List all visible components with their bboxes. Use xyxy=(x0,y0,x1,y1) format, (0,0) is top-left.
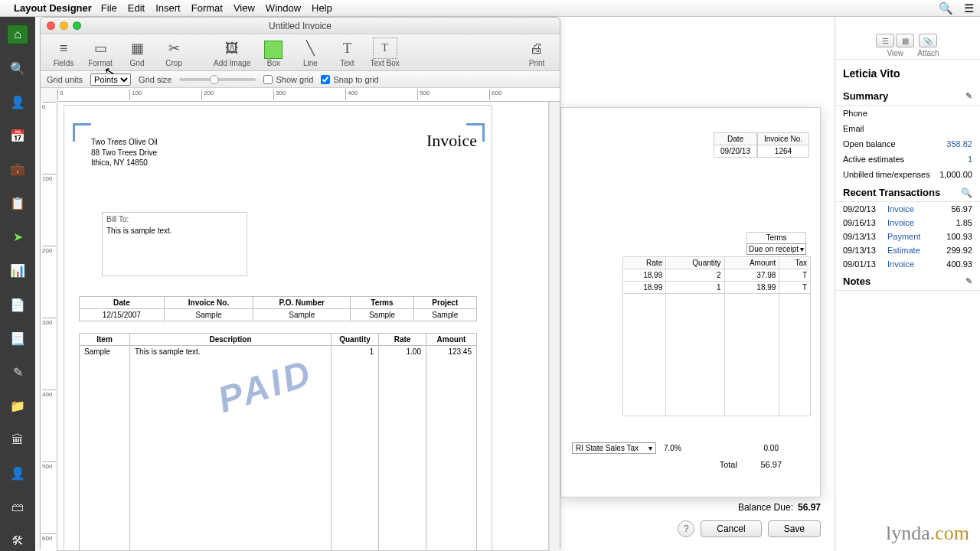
unbilled-value: 1,000.00 xyxy=(939,170,972,179)
right-panel: ☰ ▦ View 📎 Attach Leticia Vito Summary ✎… xyxy=(835,17,980,551)
meta-table[interactable]: Date Invoice No. P.O. Number Terms Proje… xyxy=(79,296,477,321)
box-button[interactable]: Box xyxy=(256,39,290,69)
sidebar-tools-icon[interactable]: 🛠 xyxy=(7,531,28,551)
list-icon[interactable]: ☰ xyxy=(964,2,974,15)
recent-header: Recent Transactions 🔍 xyxy=(835,182,980,202)
customer-name: Leticia Vito xyxy=(835,60,980,86)
menu-help[interactable]: Help xyxy=(312,2,332,14)
textbox-button[interactable]: TText Box xyxy=(367,36,402,69)
bg-tax-select[interactable]: RI State Sales Tax▾ xyxy=(572,442,656,454)
show-grid-checkbox[interactable]: Show grid xyxy=(263,75,313,84)
text-button[interactable]: TText xyxy=(330,36,364,69)
window-titlebar[interactable]: Untitled Invoice xyxy=(41,18,560,34)
bg-terms-select[interactable]: Due on receipt▾ xyxy=(746,243,806,255)
transaction-row[interactable]: 09/13/13Estimate299.92 xyxy=(835,243,980,257)
menubar: Layout Designer File Edit Insert Format … xyxy=(0,0,980,17)
invoice-page: Two Trees Olive Oil 88 Two Trees Drive I… xyxy=(64,105,492,551)
bg-tax-amt: 0.00 xyxy=(764,444,779,452)
fields-button[interactable]: ≡Fields xyxy=(47,36,80,69)
attach-icon[interactable]: 📎 xyxy=(919,34,937,47)
bg-terms-label: Terms xyxy=(746,232,806,243)
open-balance-label: Open balance xyxy=(843,139,896,148)
left-sidebar: ⌂ 🔍 👤 📅 💼 📋 ➤ 📊 📄 📃 ✎ 📁 🏛 👤 🗃 🛠 xyxy=(0,17,35,551)
spotlight-icon[interactable]: 🔍 xyxy=(939,2,953,15)
sidebar-doc-icon[interactable]: 📄 xyxy=(7,295,28,315)
sidebar-clipboard-icon[interactable]: 📋 xyxy=(7,194,28,214)
close-icon[interactable] xyxy=(47,21,55,30)
bg-date-cell: Date 09/20/13 xyxy=(714,132,757,158)
phone-label: Phone xyxy=(843,109,867,118)
sidebar-box-icon[interactable]: 🗃 xyxy=(7,497,28,517)
sidebar-user-icon[interactable]: 👤 xyxy=(7,92,28,112)
minimize-icon[interactable] xyxy=(60,21,68,30)
active-estimates-label: Active estimates xyxy=(843,155,904,164)
snap-grid-checkbox[interactable]: Snap to grid xyxy=(321,75,378,84)
open-balance-value[interactable]: 358.82 xyxy=(946,139,972,148)
lynda-logo: lynda.com xyxy=(886,522,969,545)
grid-size-label: Grid size xyxy=(139,75,172,84)
line-button[interactable]: ╲Line xyxy=(293,36,327,69)
email-label: Email xyxy=(843,124,864,133)
bg-total: Total 56.97 xyxy=(720,460,782,469)
sidebar-bank-icon[interactable]: 🏛 xyxy=(7,429,28,449)
grid-units-label: Grid units xyxy=(47,75,83,84)
menu-file[interactable]: File xyxy=(101,2,117,14)
options-bar: Grid units Points Grid size Show grid Sn… xyxy=(41,71,560,88)
bill-to-box[interactable]: Bill To: This is sample text. xyxy=(102,212,247,276)
sidebar-arrow-icon[interactable]: ➤ xyxy=(7,227,28,247)
sidebar-page-icon[interactable]: 📃 xyxy=(7,328,28,348)
sidebar-search-icon[interactable]: 🔍 xyxy=(7,58,28,78)
underlying-invoice: Date 09/20/13 Invoice No. 1264 Terms Due… xyxy=(560,107,821,497)
transaction-row[interactable]: 09/13/13Payment100.93 xyxy=(835,230,980,243)
vertical-scrollbar[interactable] xyxy=(549,102,560,551)
menu-view[interactable]: View xyxy=(234,2,255,14)
cancel-button[interactable]: Cancel xyxy=(701,520,761,537)
bg-tax-pct: 7.0% xyxy=(664,444,681,452)
bg-items-table: Rate Quantity Amount Tax 18.99 2 37.98 T… xyxy=(622,256,811,416)
crop-button[interactable]: ✂Crop xyxy=(157,36,191,69)
sidebar-person-icon[interactable]: 👤 xyxy=(7,464,28,484)
company-address[interactable]: Two Trees Olive Oil 88 Two Trees Drive I… xyxy=(91,137,158,168)
design-canvas[interactable]: Two Trees Olive Oil 88 Two Trees Drive I… xyxy=(57,102,549,551)
edit-icon[interactable]: ✎ xyxy=(965,276,972,286)
print-button[interactable]: 🖨Print xyxy=(520,36,554,69)
menu-insert[interactable]: Insert xyxy=(155,2,181,14)
sidebar-home-icon[interactable]: ⌂ xyxy=(7,24,28,44)
view-grid-icon[interactable]: ▦ xyxy=(896,34,914,47)
horizontal-ruler: 0 100 200 300 400 500 600 xyxy=(57,88,560,102)
search-icon[interactable]: 🔍 xyxy=(961,187,972,198)
vertical-ruler: 0 100 200 300 400 500 600 xyxy=(41,102,57,551)
grid-button[interactable]: ▦Grid xyxy=(120,36,154,69)
notes-header: Notes ✎ xyxy=(835,271,980,291)
sidebar-calendar-icon[interactable]: 📅 xyxy=(7,126,28,145)
sidebar-chart-icon[interactable]: 📊 xyxy=(7,261,28,281)
menu-format[interactable]: Format xyxy=(191,2,223,14)
sidebar-briefcase-icon[interactable]: 💼 xyxy=(7,160,28,180)
help-button[interactable]: ? xyxy=(678,520,694,537)
toolbar: ≡Fields ▭Format ▦Grid ✂Crop 🖼Add Image B… xyxy=(41,34,560,71)
transaction-row[interactable]: 09/20/13Invoice56.97 xyxy=(835,202,980,216)
bg-row[interactable]: 18.99 2 37.98 T xyxy=(623,269,811,282)
summary-header: Summary ✎ xyxy=(835,86,980,106)
chevron-down-icon: ▾ xyxy=(800,245,804,253)
menu-window[interactable]: Window xyxy=(266,2,301,14)
menu-edit[interactable]: Edit xyxy=(128,2,145,14)
active-estimates-value[interactable]: 1 xyxy=(968,155,972,164)
chevron-down-icon: ▾ xyxy=(648,444,652,452)
transaction-row[interactable]: 09/16/13Invoice1.85 xyxy=(835,216,980,230)
view-list-icon[interactable]: ☰ xyxy=(876,34,894,47)
transaction-row[interactable]: 09/01/13Invoice400.93 xyxy=(835,257,980,271)
zoom-icon[interactable] xyxy=(73,21,81,30)
layout-designer-window: Untitled Invoice ≡Fields ▭Format ▦Grid ✂… xyxy=(40,17,560,549)
invoice-title[interactable]: Invoice xyxy=(426,131,477,151)
app-title: Layout Designer xyxy=(14,2,92,14)
grid-size-slider[interactable] xyxy=(179,78,256,81)
add-image-button[interactable]: 🖼Add Image xyxy=(211,36,253,69)
edit-icon[interactable]: ✎ xyxy=(965,91,972,101)
sidebar-folder-icon[interactable]: 📁 xyxy=(7,396,28,416)
balance-due: Balance Due:56.97 xyxy=(560,502,821,513)
bg-row[interactable]: 18.99 1 18.99 T xyxy=(623,282,811,294)
sidebar-edit-icon[interactable]: ✎ xyxy=(7,362,28,382)
save-button[interactable]: Save xyxy=(768,520,821,537)
bg-invno-cell: Invoice No. 1264 xyxy=(757,132,809,158)
